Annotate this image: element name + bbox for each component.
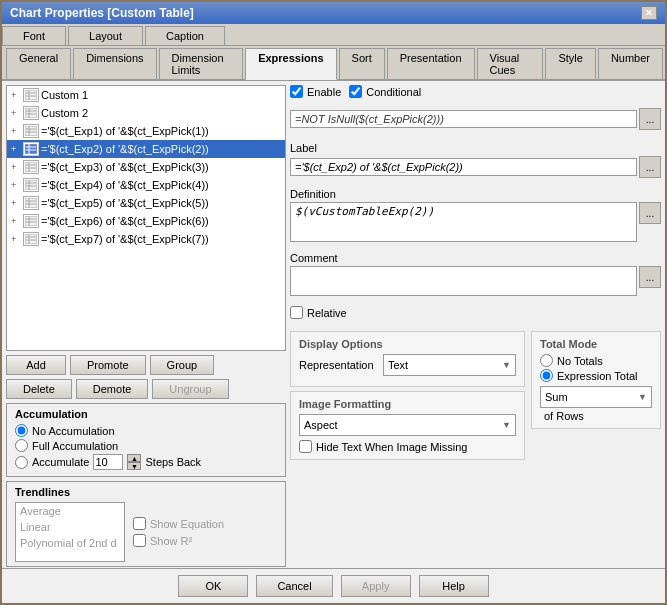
steps-down[interactable]: ▼: [127, 462, 141, 470]
list-item[interactable]: + ='$(ct_Exp1) of '&$(ct_ExpPick(1)): [7, 122, 285, 140]
list-item[interactable]: + ='$(ct_Exp6) of '&$(ct_ExpPick(6)): [7, 212, 285, 230]
list-item[interactable]: + Custom 2: [7, 104, 285, 122]
tab-number[interactable]: Number: [598, 48, 663, 79]
expression-total-radio[interactable]: [540, 369, 553, 382]
conditional-expr-button[interactable]: ...: [639, 108, 661, 130]
trendlines-section: Trendlines Average Linear Polynomial of …: [6, 481, 286, 567]
label-group: Label ...: [290, 142, 661, 178]
of-rows-label: of Rows: [540, 410, 652, 422]
trendlines-checks: Show Equation Show R²: [133, 502, 224, 562]
expression-icon: [23, 178, 39, 192]
list-item[interactable]: + ='$(ct_Exp7) of '&$(ct_ExpPick(7)): [7, 230, 285, 248]
relative-checkbox[interactable]: [290, 306, 303, 319]
tab-dimension-limits[interactable]: Dimension Limits: [159, 48, 244, 79]
right-panel: Enable Conditional ... Label ...: [290, 85, 661, 567]
expression-list[interactable]: + Custom 1 +: [6, 85, 286, 351]
enable-label: Enable: [307, 86, 341, 98]
expand-icon: +: [11, 90, 21, 100]
tab-caption[interactable]: Caption: [145, 26, 225, 45]
definition-expr-button[interactable]: ...: [639, 202, 661, 224]
hide-text-checkbox[interactable]: [299, 440, 312, 453]
apply-button[interactable]: Apply: [341, 575, 411, 597]
no-totals-label: No Totals: [557, 355, 603, 367]
fill-with-dropdown[interactable]: Aspect ▼: [299, 414, 516, 436]
full-accumulation-radio[interactable]: [15, 439, 28, 452]
svg-rect-28: [25, 216, 37, 226]
show-equation-checkbox[interactable]: [133, 517, 146, 530]
definition-textarea[interactable]: [290, 202, 637, 242]
no-accumulation-radio[interactable]: [15, 424, 28, 437]
accumulate-label: Accumulate: [32, 456, 89, 468]
list-item[interactable]: + ='$(ct_Exp2) of '&$(ct_ExpPick(2)): [7, 140, 285, 158]
tab-sort[interactable]: Sort: [339, 48, 385, 79]
expression-icon: [23, 196, 39, 210]
image-formatting: Image Formatting Aspect ▼ Hide Text When…: [290, 391, 525, 460]
label-expr-button[interactable]: ...: [639, 156, 661, 178]
enable-checkbox[interactable]: [290, 85, 303, 98]
expand-icon: +: [11, 180, 21, 190]
comment-expr-button[interactable]: ...: [639, 266, 661, 288]
tab-layout[interactable]: Layout: [68, 26, 143, 45]
sum-row: Sum ▼: [540, 386, 652, 408]
svg-rect-8: [25, 126, 37, 136]
list-item[interactable]: + ='$(ct_Exp5) of '&$(ct_ExpPick(5)): [7, 194, 285, 212]
conditional-expr-row: ...: [290, 108, 661, 130]
delete-button[interactable]: Delete: [6, 379, 72, 399]
cancel-button[interactable]: Cancel: [256, 575, 332, 597]
list-item-label: ='$(ct_Exp4) of '&$(ct_ExpPick(4)): [41, 179, 209, 191]
image-formatting-title: Image Formatting: [299, 398, 516, 410]
tab-expressions[interactable]: Expressions: [245, 48, 336, 80]
show-equation-label: Show Equation: [150, 518, 224, 530]
show-r2-checkbox[interactable]: [133, 534, 146, 547]
tab-general[interactable]: General: [6, 48, 71, 79]
sum-arrow-icon: ▼: [638, 392, 647, 402]
conditional-expr-input[interactable]: [290, 110, 637, 128]
no-totals-radio[interactable]: [540, 354, 553, 367]
trendline-polynomial[interactable]: Polynomial of 2nd d: [16, 535, 124, 551]
group-button[interactable]: Group: [150, 355, 215, 375]
representation-dropdown[interactable]: Text ▼: [383, 354, 516, 376]
trendlines-list[interactable]: Average Linear Polynomial of 2nd d: [15, 502, 125, 562]
tab-dimensions[interactable]: Dimensions: [73, 48, 156, 79]
fill-with-arrow-icon: ▼: [502, 420, 511, 430]
tab-visual-cues[interactable]: Visual Cues: [477, 48, 544, 79]
list-item[interactable]: + ='$(ct_Exp3) of '&$(ct_ExpPick(3)): [7, 158, 285, 176]
total-mode-title: Total Mode: [540, 338, 652, 350]
ungroup-button[interactable]: Ungroup: [152, 379, 228, 399]
expression-icon: [23, 124, 39, 138]
help-button[interactable]: Help: [419, 575, 489, 597]
comment-textarea[interactable]: [290, 266, 637, 296]
svg-rect-0: [25, 90, 37, 100]
list-item-label: Custom 2: [41, 107, 88, 119]
steps-up[interactable]: ▲: [127, 454, 141, 462]
sum-dropdown[interactable]: Sum ▼: [540, 386, 652, 408]
list-item-label: ='$(ct_Exp2) of '&$(ct_ExpPick(2)): [41, 143, 209, 155]
trendline-linear[interactable]: Linear: [16, 519, 124, 535]
tab-presentation[interactable]: Presentation: [387, 48, 475, 79]
no-accumulation-row: No Accumulation: [15, 424, 277, 437]
list-item[interactable]: + Custom 1: [7, 86, 285, 104]
comment-title: Comment: [290, 252, 661, 264]
add-button[interactable]: Add: [6, 355, 66, 375]
list-item[interactable]: + ='$(ct_Exp4) of '&$(ct_ExpPick(4)): [7, 176, 285, 194]
label-input[interactable]: [290, 158, 637, 176]
svg-rect-12: [25, 144, 37, 154]
trendline-average[interactable]: Average: [16, 503, 124, 519]
ok-button[interactable]: OK: [178, 575, 248, 597]
comment-expr-row: ...: [290, 266, 661, 296]
promote-button[interactable]: Promote: [70, 355, 146, 375]
svg-rect-32: [25, 234, 37, 244]
right-bottom: Display Options Representation Text ▼ Im…: [290, 331, 661, 460]
representation-arrow-icon: ▼: [502, 360, 511, 370]
steps-input[interactable]: [93, 454, 123, 470]
demote-button[interactable]: Demote: [76, 379, 149, 399]
conditional-checkbox[interactable]: [349, 85, 362, 98]
tab-style[interactable]: Style: [545, 48, 595, 79]
accumulate-row: Accumulate ▲ ▼ Steps Back: [15, 454, 277, 470]
relative-label: Relative: [307, 307, 347, 319]
tab-font[interactable]: Font: [2, 26, 66, 45]
accumulate-radio[interactable]: [15, 456, 28, 469]
left-panel: + Custom 1 +: [6, 85, 286, 567]
list-item-label: ='$(ct_Exp1) of '&$(ct_ExpPick(1)): [41, 125, 209, 137]
close-button[interactable]: ✕: [641, 6, 657, 20]
